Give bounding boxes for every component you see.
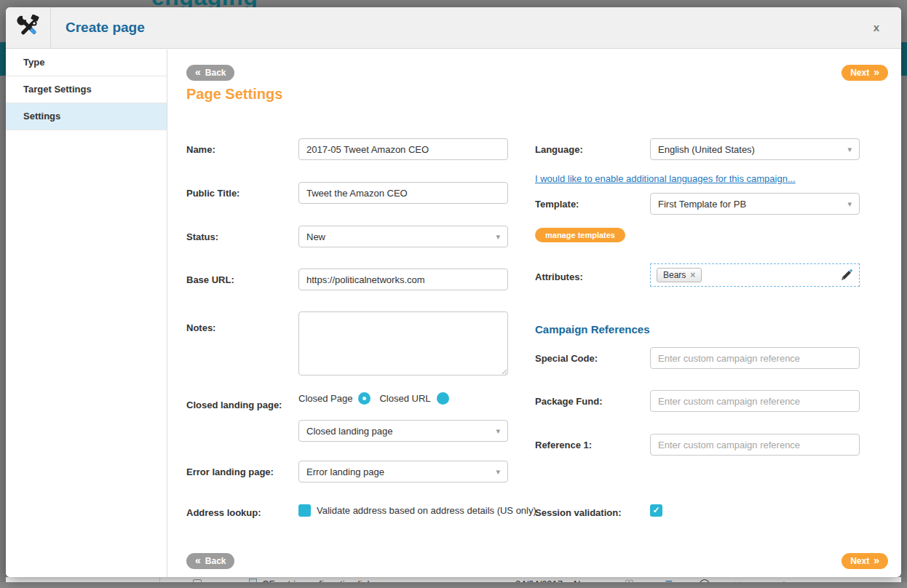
session-validation-checkbox[interactable]: ✓: [650, 504, 662, 517]
language-select-value: English (United States): [658, 144, 755, 155]
next-button-bottom[interactable]: Next »: [841, 553, 888, 569]
closed-landing-radio-group: Closed Page Closed URL: [298, 392, 449, 405]
background-footer-bar: [0, 582, 907, 588]
status-label: Status:: [186, 231, 218, 242]
double-chevron-left-icon: «: [195, 555, 201, 565]
closed-landing-label: Closed landing page:: [186, 400, 282, 410]
sidebar-item-type[interactable]: Type: [6, 49, 167, 76]
language-label: Language:: [535, 144, 583, 155]
public-title-input[interactable]: [298, 182, 508, 204]
name-label: Name:: [186, 144, 215, 155]
chevron-down-icon: ▾: [847, 145, 852, 154]
back-button-label: Back: [205, 68, 226, 78]
close-icon[interactable]: x: [874, 21, 879, 33]
notes-textarea[interactable]: [298, 311, 508, 376]
back-button-label: Back: [205, 556, 226, 566]
name-input[interactable]: [298, 138, 508, 160]
public-title-label: Public Title:: [186, 188, 239, 199]
closed-landing-select[interactable]: Closed landing page ▾: [298, 420, 508, 442]
closed-url-radio[interactable]: [437, 392, 449, 405]
reference-1-input[interactable]: [650, 434, 860, 456]
package-fund-label: Package Fund:: [535, 396, 602, 407]
modal-title: Create page: [66, 20, 145, 36]
package-fund-input[interactable]: [650, 390, 860, 412]
status-select[interactable]: New ▾: [298, 226, 508, 247]
modal-header: Create page x: [6, 7, 901, 49]
language-select[interactable]: English (United States) ▾: [650, 138, 860, 160]
address-lookup-label: Address lookup:: [186, 507, 261, 518]
address-lookup-text: Validate address based on address detail…: [317, 505, 536, 516]
attributes-label: Attributes:: [535, 271, 583, 282]
chevron-down-icon: ▾: [496, 232, 500, 242]
chevron-down-icon: ▾: [847, 199, 852, 209]
special-code-label: Special Code:: [535, 353, 598, 364]
closed-page-option-label: Closed Page: [298, 393, 352, 404]
chevron-down-icon: ▾: [496, 426, 500, 436]
manage-templates-button[interactable]: manage templates: [535, 228, 625, 242]
sidebar-item-target-settings[interactable]: Target Settings: [6, 76, 167, 103]
next-button-label: Next: [850, 556, 869, 566]
base-url-label: Base URL:: [186, 274, 234, 285]
attributes-field[interactable]: Bears ×: [650, 263, 860, 287]
page-title: Page Settings: [186, 86, 282, 103]
create-page-modal: Create page x Type Target Settings Setti…: [6, 7, 901, 577]
next-button-top[interactable]: Next »: [841, 65, 888, 81]
campaign-references-heading: Campaign References: [535, 323, 650, 335]
attribute-tag-label: Bears: [663, 270, 686, 280]
error-landing-select-value: Error landing page: [306, 466, 384, 477]
template-select-value: First Template for PB: [658, 199, 746, 210]
special-code-input[interactable]: [650, 347, 860, 369]
settings-panel: « Back Next » Page Settings Name: Public…: [168, 49, 901, 577]
error-landing-label: Error landing page:: [186, 466, 274, 477]
template-select[interactable]: First Template for PB ▾: [650, 193, 860, 215]
sidebar-item-label: Target Settings: [23, 84, 92, 95]
chevron-down-icon: ▾: [496, 467, 500, 477]
modal-icon-cell: [6, 7, 51, 49]
closed-page-radio[interactable]: [358, 392, 371, 405]
pencil-icon[interactable]: [840, 269, 853, 282]
address-lookup-checkbox[interactable]: [298, 504, 311, 517]
sidebar-item-label: Type: [23, 57, 44, 68]
closed-landing-select-value: Closed landing page: [306, 426, 393, 437]
closed-url-option-label: Closed URL: [379, 393, 430, 404]
double-chevron-left-icon: «: [195, 67, 201, 77]
manage-templates-label: manage templates: [545, 231, 615, 239]
modal-body: Type Target Settings Settings « Back Nex…: [6, 49, 901, 577]
sidebar-item-settings[interactable]: Settings: [6, 103, 167, 130]
remove-tag-icon[interactable]: ×: [690, 270, 695, 280]
base-url-input[interactable]: [298, 269, 508, 290]
notes-label: Notes:: [186, 322, 215, 333]
status-select-value: New: [306, 231, 325, 242]
attribute-tag: Bears ×: [657, 268, 702, 282]
screen: engaging CF opt-in confirmation link 24/…: [0, 0, 907, 588]
error-landing-select[interactable]: Error landing page ▾: [298, 461, 508, 482]
wizard-sidebar: Type Target Settings Settings: [6, 49, 167, 577]
additional-languages-link[interactable]: I would like to enable additional langua…: [535, 173, 796, 184]
double-chevron-right-icon: »: [874, 555, 879, 565]
reference-1-label: Reference 1:: [535, 440, 592, 450]
session-validation-label: Session validation:: [535, 507, 621, 518]
back-button-bottom[interactable]: « Back: [186, 553, 234, 569]
address-lookup-row: Validate address based on address detail…: [298, 504, 536, 517]
template-label: Template:: [535, 199, 579, 210]
next-button-label: Next: [850, 68, 869, 78]
tools-icon: [15, 15, 41, 42]
double-chevron-right-icon: »: [874, 67, 879, 77]
sidebar-item-label: Settings: [23, 111, 60, 122]
check-icon: ✓: [652, 505, 660, 515]
back-button-top[interactable]: « Back: [186, 65, 234, 81]
